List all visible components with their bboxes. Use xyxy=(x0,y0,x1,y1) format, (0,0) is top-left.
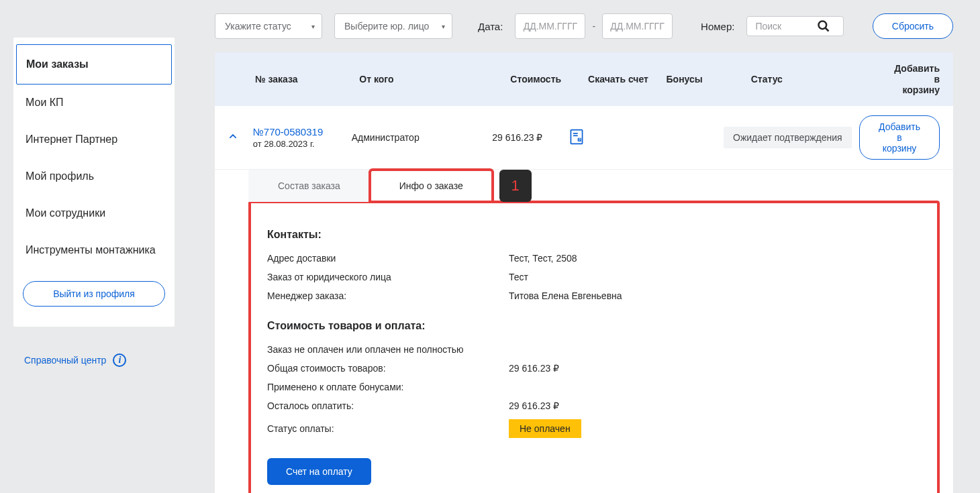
search-box[interactable] xyxy=(746,16,844,36)
bonus-key: Применено к оплате бонусами: xyxy=(267,382,509,392)
th-from: От кого xyxy=(359,74,483,85)
info-panel: Контакты: Адрес доставкиТест, Тест, 2508… xyxy=(248,201,940,493)
invoice-icon[interactable]: ₽ xyxy=(569,129,584,145)
sidebar-item-tools[interactable]: Инструменты монтажника xyxy=(13,232,175,269)
contacts-heading: Контакты: xyxy=(267,229,921,241)
sidebar-item-staff[interactable]: Мои сотрудники xyxy=(13,195,175,232)
logout-button[interactable]: Выйти из профиля xyxy=(23,281,165,307)
mgr-key: Менеджер заказа: xyxy=(267,290,509,301)
help-label: Справочный центр xyxy=(24,355,106,366)
th-add: Добавить в корзину xyxy=(894,63,940,95)
filter-bar: Укажите статус ▾ Выберите юр. лицо ▾ Дат… xyxy=(215,0,953,52)
addr-val: Тест, Тест, 2508 xyxy=(509,253,577,264)
sidebar-item-profile[interactable]: Мой профиль xyxy=(13,158,175,195)
order-number-link[interactable]: №770-0580319 xyxy=(253,126,352,138)
chevron-down-icon: ▾ xyxy=(442,23,445,30)
left-val: 29 616.23 ₽ xyxy=(509,400,559,411)
status-select-label: Укажите статус xyxy=(225,21,291,32)
reset-button[interactable]: Сбросить xyxy=(873,13,953,39)
th-status: Статус xyxy=(751,74,894,85)
svg-point-0 xyxy=(819,21,827,30)
table-header: № заказа От кого Стоимость Скачать счет … xyxy=(215,52,953,106)
invoice-button[interactable]: Счет на оплату xyxy=(267,458,371,485)
date-from-input[interactable] xyxy=(515,13,585,39)
chevron-up-icon xyxy=(228,132,238,142)
status-select[interactable]: Укажите статус ▾ xyxy=(215,13,322,39)
payment-heading: Стоимость товаров и оплата: xyxy=(267,320,921,332)
pay-note: Заказ не оплачен или оплачен не полность… xyxy=(267,344,464,355)
tab-compose[interactable]: Состав заказа xyxy=(248,170,370,202)
order-date: от 28.08.2023 г. xyxy=(253,139,352,149)
date-to-input[interactable] xyxy=(602,13,673,39)
legal-key: Заказ от юридического лица xyxy=(267,272,509,282)
order-from: Администратор xyxy=(352,132,469,143)
total-key: Общая стоимость товаров: xyxy=(267,363,509,374)
date-label: Дата: xyxy=(478,21,503,32)
date-separator: - xyxy=(592,21,595,32)
chevron-down-icon: ▾ xyxy=(311,23,315,30)
payment-status-badge: Не оплачен xyxy=(509,419,581,438)
info-icon: i xyxy=(113,353,126,367)
svg-line-1 xyxy=(826,28,829,32)
addr-key: Адрес доставки xyxy=(267,253,509,264)
number-label: Номер: xyxy=(701,21,734,32)
mgr-val: Титова Елена Евгеньевна xyxy=(509,290,622,301)
search-icon xyxy=(817,19,830,33)
order-cost: 29 616.23 ₽ xyxy=(469,132,569,143)
th-cost: Стоимость xyxy=(483,74,588,85)
svg-rect-2 xyxy=(571,129,583,144)
sidebar-item-orders[interactable]: Мои заказы xyxy=(16,44,172,85)
legal-val: Тест xyxy=(509,272,528,282)
paystatus-key: Статус оплаты: xyxy=(267,423,509,434)
order-row: №770-0580319 от 28.08.2023 г. Администра… xyxy=(215,106,953,170)
collapse-toggle[interactable] xyxy=(228,132,253,144)
th-bonus: Бонусы xyxy=(667,74,751,85)
total-val: 29 616.23 ₽ xyxy=(509,363,559,374)
sidebar-nav: Мои заказы Мои КП Интернет Партнер Мой п… xyxy=(13,38,175,327)
th-order-no: № заказа xyxy=(255,74,359,85)
help-link[interactable]: Справочный центр i xyxy=(24,353,175,367)
left-key: Осталось оплатить: xyxy=(267,400,509,411)
legal-select[interactable]: Выберите юр. лицо ▾ xyxy=(334,13,452,39)
search-input[interactable] xyxy=(755,21,817,32)
th-bill: Скачать счет xyxy=(588,74,666,85)
sidebar-item-partner[interactable]: Интернет Партнер xyxy=(13,121,175,158)
sidebar-item-kp[interactable]: Мои КП xyxy=(13,85,175,121)
add-to-cart-button[interactable]: Добавить в корзину xyxy=(859,115,940,160)
tab-info[interactable]: Инфо о заказе xyxy=(370,170,493,202)
annotation-marker-1: 1 xyxy=(499,170,532,202)
legal-select-label: Выберите юр. лицо xyxy=(344,21,429,32)
status-badge: Ожидает подтверждения xyxy=(724,127,852,148)
